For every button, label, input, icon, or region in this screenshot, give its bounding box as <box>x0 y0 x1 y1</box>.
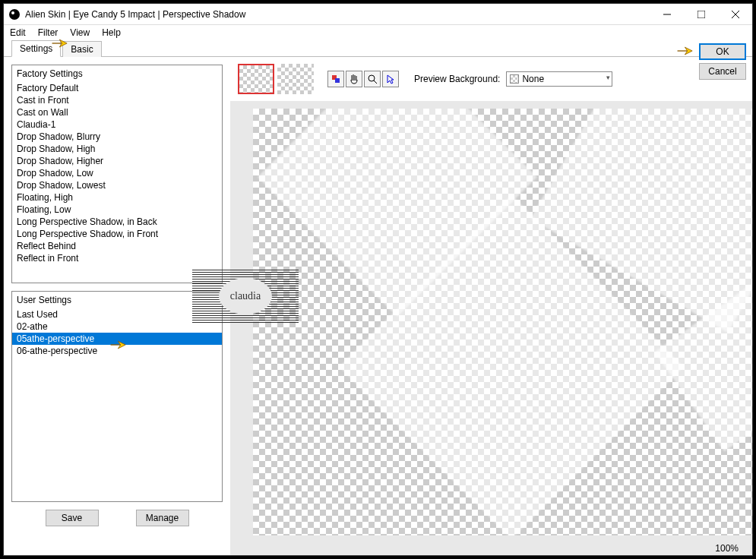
hand-icon <box>349 74 359 84</box>
zoom-icon <box>367 74 378 84</box>
close-icon <box>732 11 739 18</box>
user-settings-list[interactable]: User Settings Last Used02-athe05athe-per… <box>11 291 223 502</box>
menu-view[interactable]: View <box>70 27 90 38</box>
factory-list-item[interactable]: Cast in Front <box>12 94 222 106</box>
preview-thumbnail-selected[interactable] <box>238 64 274 94</box>
tool-hand[interactable] <box>346 71 362 87</box>
tool-zoom[interactable] <box>364 71 381 87</box>
factory-list-item[interactable]: Floating, Low <box>12 204 222 216</box>
settings-button-row: Save Manage <box>11 510 223 526</box>
tab-settings[interactable]: Settings <box>11 40 61 57</box>
window-controls <box>650 4 752 25</box>
svg-point-8 <box>369 75 375 81</box>
factory-list-item[interactable]: Long Perspective Shadow, in Front <box>12 228 222 240</box>
factory-list-item[interactable]: Drop Shadow, Low <box>12 167 222 179</box>
app-window: Alien Skin | Eye Candy 5 Impact | Perspe… <box>3 3 753 556</box>
minimize-icon <box>663 11 671 18</box>
preview-toolbar: Preview Background: None ▾ OK Cancel <box>230 57 752 101</box>
preview-thumbnail[interactable] <box>277 64 314 94</box>
svg-line-9 <box>374 81 377 84</box>
menubar: Edit Filter View Help <box>4 25 752 40</box>
tab-basic[interactable]: Basic <box>62 41 101 57</box>
left-panel: Factory Settings Factory DefaultCast in … <box>4 57 230 555</box>
titlebar: Alien Skin | Eye Candy 5 Impact | Perspe… <box>4 4 752 25</box>
factory-list-item[interactable]: Reflect Behind <box>12 240 222 252</box>
factory-list-item[interactable]: Cast on Wall <box>12 106 222 118</box>
preview-background-label: Preview Background: <box>414 74 500 84</box>
save-button[interactable]: Save <box>46 510 99 526</box>
factory-list-item[interactable]: Long Perspective Shadow, in Back <box>12 216 222 228</box>
menu-filter[interactable]: Filter <box>38 27 59 38</box>
factory-list-item[interactable]: Drop Shadow, Higher <box>12 155 222 167</box>
swatch-icon <box>331 74 341 84</box>
zoom-level: 100% <box>715 543 739 554</box>
menu-help[interactable]: Help <box>102 27 121 38</box>
maximize-icon <box>697 11 705 18</box>
window-title: Alien Skin | Eye Candy 5 Impact | Perspe… <box>25 9 650 20</box>
chevron-down-icon: ▾ <box>606 74 610 81</box>
factory-settings-list[interactable]: Factory Settings Factory DefaultCast in … <box>11 65 223 283</box>
tabbar: Settings Basic <box>4 40 752 57</box>
factory-list-item[interactable]: Floating, High <box>12 191 222 204</box>
content-area: Factory Settings Factory DefaultCast in … <box>4 57 752 555</box>
user-list-item[interactable]: 02-athe <box>12 321 222 333</box>
tool-pointer[interactable] <box>382 71 399 87</box>
svg-rect-3 <box>697 11 705 18</box>
factory-list-item[interactable]: Drop Shadow, Blurry <box>12 131 222 143</box>
preview-canvas[interactable] <box>253 109 752 535</box>
factory-list-item[interactable]: Claudia-1 <box>12 118 222 131</box>
close-button[interactable] <box>718 4 752 25</box>
svg-point-0 <box>9 9 20 20</box>
preview-background-value: None <box>522 74 544 84</box>
manage-button[interactable]: Manage <box>136 510 189 526</box>
factory-list-item[interactable]: Drop Shadow, High <box>12 143 222 155</box>
cancel-button[interactable]: Cancel <box>699 63 746 80</box>
svg-rect-7 <box>335 78 340 83</box>
pointer-icon <box>385 74 396 84</box>
svg-point-1 <box>11 11 14 14</box>
factory-settings-header: Factory Settings <box>12 65 222 82</box>
user-settings-header: User Settings <box>12 292 222 308</box>
menu-edit[interactable]: Edit <box>10 27 26 38</box>
factory-list-item[interactable]: Reflect in Front <box>12 252 222 264</box>
user-list-item[interactable]: 05athe-perspective <box>12 333 222 345</box>
preview-panel: Preview Background: None ▾ OK Cancel <box>230 57 752 555</box>
ok-button[interactable]: OK <box>699 43 746 60</box>
user-list-item[interactable]: 06-athe-perspective <box>12 345 222 357</box>
dialog-buttons: OK Cancel <box>699 43 746 80</box>
transparency-swatch-icon <box>510 74 519 84</box>
factory-list-item[interactable]: Drop Shadow, Lowest <box>12 179 222 191</box>
maximize-button[interactable] <box>684 4 718 25</box>
factory-list-item[interactable]: Factory Default <box>12 82 222 94</box>
user-list-item[interactable]: Last Used <box>12 308 222 321</box>
tool-swatch[interactable] <box>327 71 344 87</box>
preview-background-dropdown[interactable]: None ▾ <box>506 71 612 87</box>
app-icon <box>8 8 21 21</box>
minimize-button[interactable] <box>650 4 684 25</box>
tool-buttons <box>327 71 399 87</box>
